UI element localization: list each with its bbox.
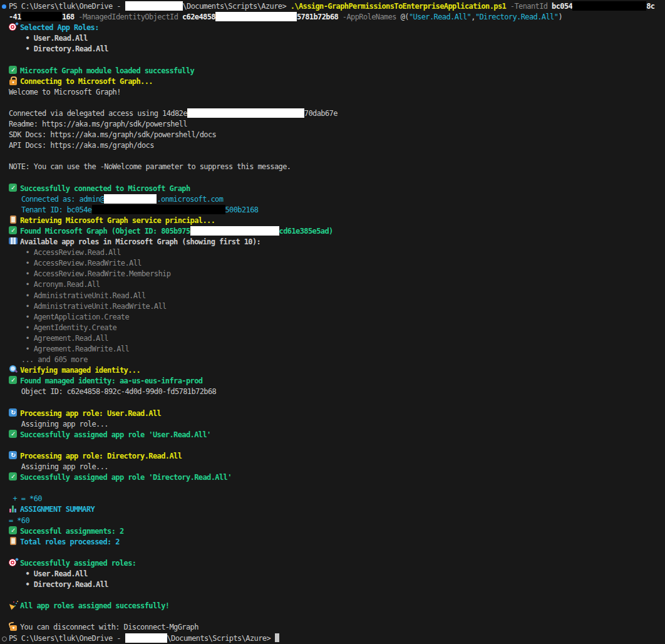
terminal-text: "Directory.Read.All" (475, 13, 559, 21)
terminal-line: • User.Read.All (0, 569, 665, 579)
check-badge-icon (9, 66, 18, 75)
terminal-line: • AccessReview.Read.All (0, 247, 665, 258)
redaction-box-white (125, 1, 183, 11)
terminal-line: Processing app role: Directory.Read.All (0, 451, 665, 462)
redaction-box-black (572, 1, 646, 11)
terminal-text: • Directory.Read.All (9, 44, 108, 53)
terminal-line: -41168 -ManagedIdentityObjectId c62e4858… (0, 12, 665, 23)
terminal-line: • Directory.Read.All (0, 44, 665, 55)
party-popper-icon (9, 601, 18, 610)
terminal-text: • AccessReview.Read.All (9, 248, 121, 257)
terminal-line (0, 611, 665, 622)
redaction-box-white (187, 108, 304, 118)
terminal-text: ) (558, 13, 562, 21)
terminal-text: NOTE: You can use the -NoWelcome paramet… (9, 162, 291, 171)
terminal-line (0, 151, 665, 162)
prompt-decoration-icon (2, 636, 7, 641)
terminal-text: bc054 (552, 2, 572, 11)
check-badge-icon (9, 472, 18, 481)
book-icon (9, 237, 18, 246)
terminal-line (0, 483, 665, 494)
terminal-line (0, 590, 665, 601)
terminal-line (0, 397, 665, 408)
redaction-box-black (92, 205, 225, 214)
terminal-text: -ManagedIdentityObjectId (75, 13, 182, 21)
lock-icon (9, 76, 18, 85)
refresh-icon (9, 451, 18, 460)
terminal-text: Object ID: c62e4858-892c-4d0d-99d0-fd578… (9, 387, 216, 396)
terminal-text: • AccessReview.ReadWrite.All (9, 259, 142, 267)
terminal-text: • Acronym.Read.All (9, 280, 100, 289)
terminal-line: Connecting to Microsoft Graph... (0, 76, 665, 87)
terminal-text: SDK Docs: https://aka.ms/graph/sdk/power… (9, 130, 216, 139)
terminal-output[interactable]: PS C:\Users\tluk\OneDrive - \Documents\S… (0, 0, 665, 644)
terminal-text: Connected via delegated access using 14d… (9, 109, 187, 118)
terminal-line: SDK Docs: https://aka.ms/graph/sdk/power… (0, 130, 665, 140)
terminal-text: \Documents\Scripts\Azure> (183, 2, 291, 11)
terminal-line: ... and 605 more (0, 355, 665, 365)
terminal-text: -TenantId (506, 2, 552, 11)
redaction-box-white (190, 226, 279, 236)
terminal-text: \Documents\Scripts\Azure> (167, 634, 275, 643)
terminal-line: Tenant ID: bc054e500b2168 (0, 205, 665, 216)
terminal-text: ASSIGNMENT SUMMARY (20, 505, 95, 514)
terminal-line: • Agreement.ReadWrite.All (0, 344, 665, 355)
terminal-line: Microsoft Graph module loaded successful… (0, 66, 665, 76)
terminal-text: + = *60 (9, 494, 42, 503)
terminal-line: • AdministrativeUnit.ReadWrite.All (0, 301, 665, 312)
terminal-text: • User.Read.All (9, 569, 88, 578)
redaction-box-black (21, 12, 62, 21)
terminal-text: @( (401, 13, 409, 21)
terminal-text: , (471, 13, 475, 21)
terminal-text: Readme: https://aka.ms/graph/sdk/powersh… (9, 120, 187, 128)
terminal-text: • AdministrativeUnit.ReadWrite.All (9, 302, 167, 311)
terminal-line: All app roles assigned successfully! (0, 601, 665, 611)
terminal-line: Found managed identity: aa-us-eus-infra-… (0, 376, 665, 387)
terminal-text: 5781b72b68 (297, 13, 338, 21)
target-icon (9, 23, 18, 31)
terminal-text: c62e4858 (182, 13, 215, 21)
terminal-line: • User.Read.All (0, 33, 665, 44)
terminal-text: PS C:\Users\tluk\OneDrive - (9, 634, 125, 643)
terminal-line: Retrieving Microsoft Graph service princ… (0, 216, 665, 226)
terminal-text: API Docs: https://aka.ms/graph/docs (9, 141, 154, 150)
terminal-line (0, 548, 665, 558)
terminal-line: Object ID: c62e4858-892c-4d0d-99d0-fd578… (0, 387, 665, 397)
terminal-line: Available app roles in Microsoft Graph (… (0, 237, 665, 247)
terminal-line: • Acronym.Read.All (0, 279, 665, 290)
redaction-box-white (104, 194, 157, 204)
terminal-text: • User.Read.All (9, 34, 88, 43)
clipboard-icon (9, 537, 18, 546)
terminal-text: Available app roles in Microsoft Graph (… (20, 237, 260, 246)
terminal-line: PS C:\Users\tluk\OneDrive - \Documents\S… (0, 633, 665, 644)
terminal-line: Processing app role: User.Read.All (0, 408, 665, 419)
terminal-line: Welcome to Microsoft Graph! (0, 87, 665, 98)
terminal-text: Selected App Roles: (20, 23, 99, 32)
terminal-text: Successfully assigned app role 'Director… (20, 473, 232, 482)
check-badge-icon (9, 376, 18, 385)
terminal-text: All app roles assigned successfully! (20, 601, 170, 610)
terminal-line: Readme: https://aka.ms/graph/sdk/powersh… (0, 119, 665, 130)
terminal-text: 8c (646, 2, 654, 11)
terminal-line: • Agreement.Read.All (0, 333, 665, 344)
terminal-text: Verifying managed identity... (20, 366, 140, 375)
check-badge-icon (9, 430, 18, 439)
terminal-line: Connected via delegated access using 14d… (0, 108, 665, 119)
terminal-line: • AccessReview.ReadWrite.Membership (0, 269, 665, 279)
terminal-line (0, 98, 665, 108)
terminal-text: You can disconnect with: Disconnect-MgGr… (20, 623, 198, 631)
terminal-cursor (275, 633, 279, 642)
terminal-line: Successful assignments: 2 (0, 526, 665, 537)
terminal-text (9, 195, 21, 204)
terminal-line: Selected App Roles: (0, 23, 665, 33)
terminal-line: Successfully assigned app role 'Director… (0, 472, 665, 483)
redaction-box-white (215, 12, 297, 21)
terminal-line: Successfully assigned app role 'User.Rea… (0, 430, 665, 440)
redaction-box-white (125, 633, 167, 643)
terminal-text: 500b2168 (225, 205, 259, 214)
terminal-text: Processing app role: User.Read.All (20, 409, 161, 418)
terminal-text: Assigning app role... (9, 462, 108, 471)
terminal-text: Total roles processed: 2 (20, 538, 120, 546)
terminal-line: Successfully connected to Microsoft Grap… (0, 184, 665, 194)
terminal-line: • AgentIdentity.Create (0, 323, 665, 333)
